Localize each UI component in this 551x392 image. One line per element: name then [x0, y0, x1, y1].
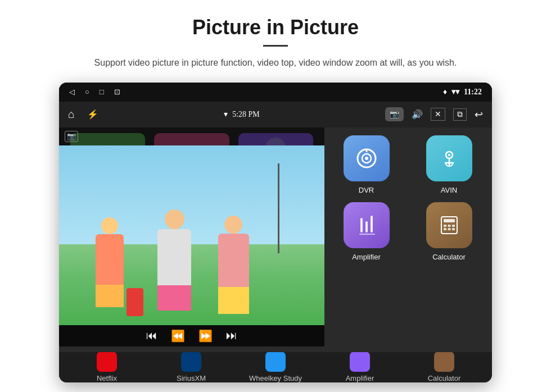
svg-rect-14: [444, 225, 446, 227]
dvr-icon-box: [344, 135, 390, 181]
prev-track-button[interactable]: ⏮: [146, 329, 157, 342]
app-bar-time: 5:28 PM: [232, 110, 260, 119]
avin-label: AVIN: [441, 186, 457, 194]
app-bar-back-button[interactable]: ↩: [475, 108, 483, 121]
app-bar: ⌂ ⚡ ▾ 5:28 PM 📷 🔊 ✕ ⧉ ↩: [59, 102, 492, 127]
amplifier-bottom-icon: [350, 352, 370, 372]
camera-button[interactable]: 📷: [385, 107, 404, 121]
title-divider: [263, 45, 288, 47]
pip-container: 📷 − + ✕: [59, 127, 324, 347]
app-bar-right: 📷 🔊 ✕ ⧉ ↩: [385, 107, 483, 121]
calculator-bottom-label: Calculator: [428, 374, 461, 382]
volume-button[interactable]: 🔊: [412, 109, 423, 120]
netflix-label: Netflix: [97, 374, 117, 382]
svg-rect-10: [371, 216, 373, 233]
close-overlay-button[interactable]: ✕: [431, 108, 445, 121]
app-icon-avin[interactable]: AVIN: [412, 135, 486, 194]
app-icon-dvr[interactable]: DVR: [329, 135, 404, 194]
pip-camera-icon: 📷: [65, 131, 78, 142]
svg-point-5: [448, 154, 450, 156]
calculator-icon-box: [426, 202, 472, 248]
svg-point-2: [365, 157, 368, 160]
siriusxm-icon: [181, 352, 201, 372]
apps-grid: DVR AVIN: [323, 127, 492, 352]
amplifier-bottom-label: Amplifier: [346, 374, 374, 382]
next-track-button[interactable]: ⏭: [226, 329, 237, 342]
pip-header: 📷: [59, 127, 324, 145]
siriusxm-label: SiriusXM: [177, 374, 206, 382]
bottom-app-amplifier[interactable]: Amplifier: [326, 352, 394, 382]
amplifier-icon-box: [344, 202, 390, 248]
page-title: Picture in Picture: [192, 16, 359, 39]
bottom-app-netflix[interactable]: Netflix: [73, 352, 141, 382]
device-frame: ◁ ○ □ ⊡ ♦ ▾▾ 11:22 ⌂ ⚡ ▾ 5:28 PM 📷: [59, 83, 492, 382]
recents-nav-icon[interactable]: □: [100, 88, 104, 97]
dvr-label: DVR: [359, 186, 374, 194]
status-bar: ◁ ○ □ ⊡ ♦ ▾▾ 11:22: [59, 83, 492, 102]
back-nav-icon[interactable]: ◁: [69, 88, 75, 97]
wheelkey-label: Wheelkey Study: [249, 374, 302, 382]
wheelkey-icon: [265, 352, 286, 372]
app-bar-left: ⌂ ⚡: [68, 108, 98, 121]
avin-icon-box: [426, 135, 472, 181]
bottom-app-wheelkey[interactable]: Wheelkey Study: [242, 352, 309, 382]
pip-controls: ⏮ ⏪ ⏩ ⏭: [59, 325, 324, 347]
rewind-button[interactable]: ⏪: [171, 329, 185, 343]
svg-rect-8: [360, 218, 363, 233]
svg-rect-18: [448, 228, 450, 230]
status-bar-right: ♦ ▾▾ 11:22: [443, 87, 482, 97]
svg-rect-17: [444, 228, 446, 230]
screen-main: 📷 − + ✕: [59, 127, 492, 352]
pip-video: [59, 145, 324, 325]
page-wrapper: Picture in Picture Support video picture…: [0, 0, 551, 392]
bottom-app-labels: Netflix SiriusXM Wheelkey Study Amplifie…: [59, 352, 492, 382]
status-bar-left: ◁ ○ □ ⊡: [69, 88, 120, 97]
bottom-app-siriusxm[interactable]: SiriusXM: [157, 352, 225, 382]
screenshot-icon[interactable]: ⊡: [114, 88, 120, 97]
app-icon-calculator[interactable]: Calculator: [412, 202, 486, 261]
svg-rect-11: [359, 234, 375, 235]
usb-icon: ⚡: [87, 109, 98, 120]
home-button[interactable]: ⌂: [68, 108, 75, 121]
pip-resize-button[interactable]: ⧉: [453, 108, 467, 121]
forward-button[interactable]: ⏩: [198, 329, 213, 343]
calculator-label: Calculator: [432, 253, 466, 261]
svg-rect-19: [452, 228, 455, 230]
status-time: 11:22: [464, 88, 482, 97]
bottom-app-calculator[interactable]: Calculator: [410, 352, 478, 382]
svg-rect-16: [452, 225, 455, 227]
home-nav-icon[interactable]: ○: [85, 88, 89, 97]
svg-rect-15: [448, 225, 450, 227]
netflix-icon: [97, 352, 117, 372]
wifi-time-area: ▾ 5:28 PM: [224, 110, 260, 119]
app-icon-amplifier[interactable]: Amplifier: [329, 202, 404, 261]
wifi-bar-icon: ▾: [224, 110, 228, 119]
calculator-bottom-icon: [434, 352, 454, 372]
svg-rect-13: [444, 219, 455, 222]
page-subtitle: Support video picture in picture functio…: [94, 56, 457, 70]
amplifier-label: Amplifier: [352, 253, 381, 261]
svg-rect-9: [365, 221, 368, 233]
signal-icon: ♦: [443, 88, 447, 97]
wifi-status-icon: ▾▾: [451, 87, 459, 97]
